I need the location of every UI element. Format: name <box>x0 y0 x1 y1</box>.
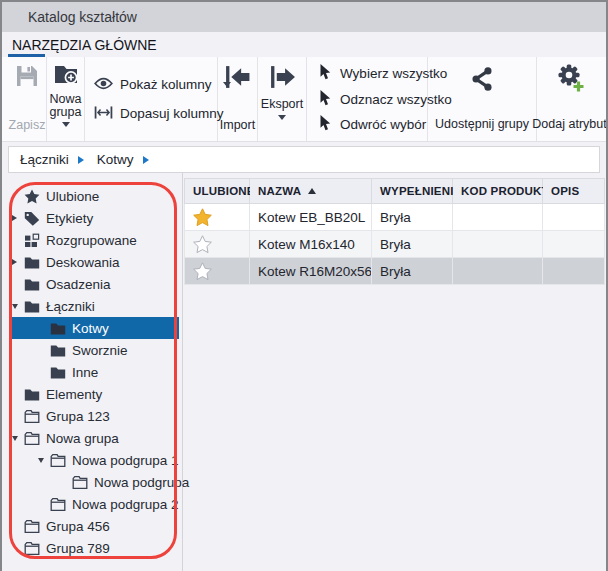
ribbon-toolbar: Zapisz Nowa grupa Pokaż kolumny <box>2 57 606 142</box>
tree-item-inne[interactable]: Inne <box>10 361 179 383</box>
column-header-favorite[interactable]: ULUBIONE <box>184 178 250 204</box>
tree-item-label: Deskowania <box>46 255 120 270</box>
tree-item-kotwy[interactable]: Kotwy <box>10 317 179 339</box>
tree-item-sworznie[interactable]: Sworznie <box>10 339 179 361</box>
share-icon <box>469 66 495 96</box>
new-group-button[interactable]: Nowa grupa <box>47 57 85 141</box>
folder-outline-icon <box>72 475 88 490</box>
chevron-down-icon[interactable] <box>12 436 18 441</box>
tree-item-osadzenia[interactable]: Osadzenia <box>10 273 179 295</box>
tree-item-label: Osadzenia <box>46 277 111 292</box>
folder-icon <box>24 387 40 402</box>
tab-main-tools[interactable]: NARZĘDZIA GŁÓWNE <box>12 37 157 53</box>
chevron-down-icon[interactable] <box>62 122 70 127</box>
show-columns-label: Pokaż kolumny <box>120 77 212 92</box>
breadcrumb-arrow-icon[interactable] <box>143 156 149 164</box>
tree-item-nowa-grupa[interactable]: Nowa grupa <box>10 427 179 449</box>
tree-item-laczniki[interactable]: Łączniki <box>10 295 179 317</box>
fill-cell: Bryła <box>372 231 453 258</box>
import-button[interactable]: Import <box>218 57 258 141</box>
tree-item-rozgrupowane[interactable]: Rozgrupowane <box>10 229 179 251</box>
chevron-right-icon[interactable] <box>12 215 17 221</box>
import-button-label: Import <box>220 118 255 132</box>
tree-item-grupa-456[interactable]: Grupa 456 <box>10 515 179 537</box>
tree-item-label: Elementy <box>46 387 102 402</box>
description-cell <box>543 258 605 285</box>
tree-item-label: Sworznie <box>72 343 128 358</box>
folder-outline-icon <box>50 497 66 512</box>
tree-item-label: Rozgrupowane <box>46 233 137 248</box>
tag-icon <box>24 211 40 226</box>
shape-catalog-window: Katalog kształtów NARZĘDZIA GŁÓWNE Zapis… <box>0 0 608 571</box>
tree-item-label: Etykiety <box>46 211 93 226</box>
folder-icon <box>50 365 66 380</box>
folder-outline-icon <box>50 453 66 468</box>
chevron-down-icon[interactable] <box>38 458 44 463</box>
folder-icon <box>50 321 66 336</box>
share-groups-label: Udostępnij grupy <box>435 117 529 131</box>
tree-item-label: Nowa grupa <box>46 431 119 446</box>
fill-cell: Bryła <box>372 258 453 285</box>
tree-item-nowa-podgrupa-1[interactable]: Nowa podgrupa 1 <box>10 449 179 471</box>
tree-item-etykiety[interactable]: Etykiety <box>10 207 179 229</box>
breadcrumb-arrow-icon[interactable] <box>78 156 84 164</box>
product-code-cell <box>453 231 543 258</box>
eye-icon <box>94 77 113 93</box>
gear-plus-icon <box>555 63 585 97</box>
invert-selection-button[interactable]: Odwróć wybór <box>319 115 426 134</box>
star-icon <box>24 189 40 204</box>
tree-item-nowa-podgrupa[interactable]: Nowa podgrupa <box>10 471 179 493</box>
column-header-product-code[interactable]: KOD PRODUKTU <box>453 178 543 204</box>
favorite-cell[interactable] <box>184 231 250 258</box>
name-cell: Kotew EB_BB20L <box>250 204 372 231</box>
table-row[interactable]: Kotew M16x140 Bryła <box>184 231 605 258</box>
favorite-cell[interactable] <box>184 204 250 231</box>
save-icon <box>15 64 39 92</box>
fit-columns-button[interactable]: Dopasuj kolumny <box>94 106 224 122</box>
table-row-selected[interactable]: Kotew R16M20x560 Bryła <box>184 258 605 285</box>
breadcrumb-item[interactable]: Łączniki <box>20 152 69 167</box>
fit-columns-label: Dopasuj kolumny <box>120 106 224 121</box>
tree-item-label: Inne <box>72 365 98 380</box>
tree-item-label: Grupa 456 <box>46 519 110 534</box>
tree-item-label: Nowa podgrupa 1 <box>72 453 179 468</box>
folder-outline-icon <box>24 409 40 424</box>
add-attribute-button[interactable]: Dodaj atrybut <box>537 57 602 141</box>
tree-item-ulubione[interactable]: Ulubione <box>10 185 179 207</box>
add-attribute-label: Dodaj atrybut <box>532 117 606 131</box>
tree-item-grupa-123[interactable]: Grupa 123 <box>10 405 179 427</box>
tree-item-label: Grupa 123 <box>46 409 110 424</box>
window-title: Katalog kształtów <box>28 9 137 25</box>
column-header-fill[interactable]: WYPEŁNIENIE <box>372 178 453 204</box>
tree-item-deskowania[interactable]: Deskowania <box>10 251 179 273</box>
tree-item-grupa-789[interactable]: Grupa 789 <box>10 537 179 559</box>
folder-icon <box>24 277 40 292</box>
new-folder-icon <box>53 62 79 91</box>
save-button[interactable]: Zapisz <box>8 57 47 141</box>
breadcrumb: Łączniki Kotwy <box>8 146 600 173</box>
tree-item-label: Nowa podgrupa 2 <box>72 497 179 512</box>
column-header-description[interactable]: OPIS <box>543 178 605 204</box>
tree-item-label: Grupa 789 <box>46 541 110 556</box>
favorite-cell[interactable] <box>184 258 250 285</box>
product-code-cell <box>453 258 543 285</box>
export-button[interactable]: Eksport <box>258 57 307 141</box>
export-icon <box>269 64 296 94</box>
tree-item-label: Ulubione <box>46 189 99 204</box>
cursor-icon <box>319 90 331 109</box>
ribbon-tab-bar: NARZĘDZIA GŁÓWNE <box>2 32 606 57</box>
column-header-name[interactable]: NAZWA <box>250 178 372 204</box>
chevron-down-icon[interactable] <box>278 115 286 120</box>
favorite-star-icon <box>193 262 212 280</box>
tree-item-nowa-podgrupa-2[interactable]: Nowa podgrupa 2 <box>10 493 179 515</box>
show-columns-button[interactable]: Pokaż kolumny <box>94 77 231 93</box>
chevron-right-icon[interactable] <box>12 259 17 265</box>
table-row[interactable]: Kotew EB_BB20L Bryła <box>184 204 605 231</box>
chevron-down-icon[interactable] <box>12 304 18 309</box>
share-groups-button[interactable]: Udostępnij grupy <box>428 57 537 141</box>
breadcrumb-item[interactable]: Kotwy <box>97 152 134 167</box>
folder-icon <box>24 255 40 270</box>
panel-divider <box>182 173 183 571</box>
title-bar: Katalog kształtów <box>2 2 606 32</box>
tree-item-elementy[interactable]: Elementy <box>10 383 179 405</box>
